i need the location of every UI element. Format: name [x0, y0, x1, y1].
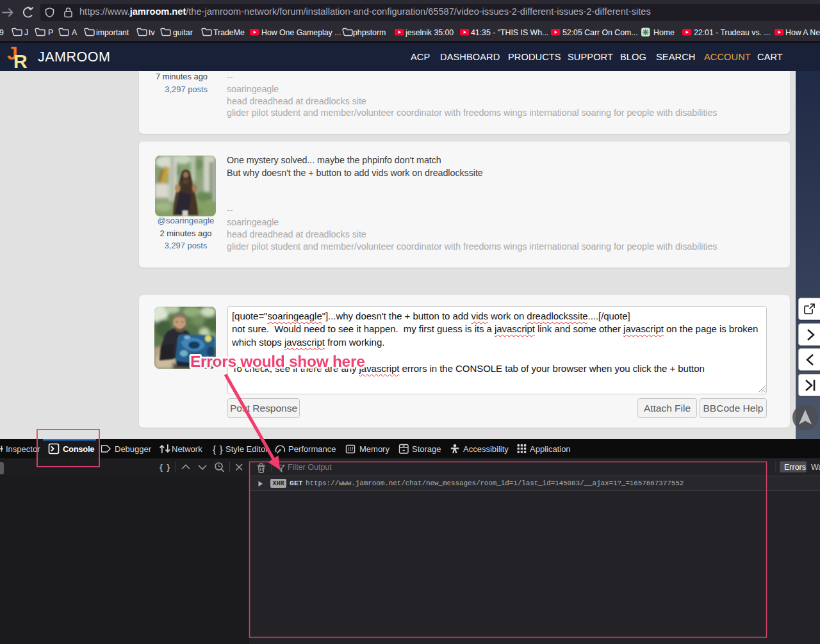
- svg-text:important: important: [96, 28, 129, 37]
- svg-text:Debugger: Debugger: [115, 444, 152, 454]
- svg-text:{ }: { }: [213, 444, 223, 455]
- svg-text:Performance: Performance: [288, 444, 336, 454]
- svg-text:Errors: Errors: [784, 463, 806, 472]
- svg-text:Application: Application: [530, 444, 571, 454]
- svg-text:Style Editor: Style Editor: [226, 444, 268, 454]
- svg-text:Console: Console: [63, 444, 94, 454]
- svg-text:A: A: [72, 28, 78, 37]
- svg-text:Memory: Memory: [359, 444, 390, 454]
- svg-text:guitar: guitar: [173, 28, 193, 37]
- svg-text:R: R: [13, 51, 28, 70]
- svg-text:P: P: [48, 28, 53, 37]
- svg-text:Wa: Wa: [811, 463, 820, 472]
- svg-text:tv: tv: [149, 28, 155, 37]
- svg-text:Accessibility: Accessibility: [463, 444, 509, 454]
- svg-text:How A Nea: How A Nea: [785, 28, 820, 37]
- svg-text:TradeMe: TradeMe: [213, 28, 245, 37]
- svg-text:52:05 Carr On Com...: 52:05 Carr On Com...: [562, 28, 638, 37]
- svg-text:Filter Output: Filter Output: [288, 463, 332, 472]
- svg-text:Storage: Storage: [412, 444, 441, 454]
- svg-text:Home: Home: [653, 28, 675, 37]
- svg-text:{ }: { }: [160, 463, 171, 472]
- svg-text:jeselnik 35:00: jeselnik 35:00: [405, 28, 454, 37]
- svg-text:22:01 - Trudeau vs. ...: 22:01 - Trudeau vs. ...: [694, 28, 771, 37]
- svg-text:Inspector: Inspector: [6, 444, 40, 454]
- svg-text:phpstorm: phpstorm: [353, 28, 386, 37]
- svg-text:J: J: [24, 28, 28, 37]
- svg-text:41:35 - "THIS IS Wh...: 41:35 - "THIS IS Wh...: [471, 28, 548, 37]
- svg-text:9: 9: [0, 28, 4, 37]
- svg-text:Network: Network: [172, 444, 202, 454]
- svg-text:How One Gameplay ...: How One Gameplay ...: [261, 28, 341, 37]
